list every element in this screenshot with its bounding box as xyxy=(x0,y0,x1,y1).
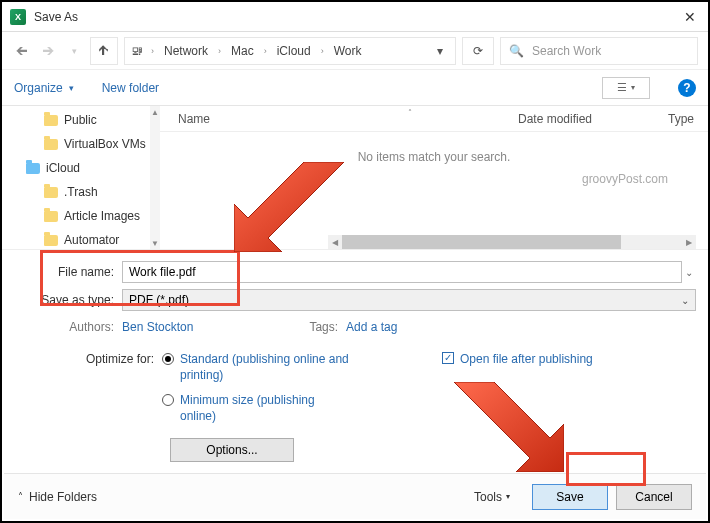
tree-item-label: Article Images xyxy=(64,209,140,223)
breadcrumb[interactable]: iCloud xyxy=(273,42,315,60)
view-button[interactable]: ☰ ▾ xyxy=(602,77,650,99)
tree-item-label: .Trash xyxy=(64,185,98,199)
horizontal-scrollbar[interactable]: ◀ ▶ xyxy=(328,235,696,249)
title-bar: X Save As ✕ xyxy=(2,2,708,32)
folder-icon xyxy=(26,163,40,174)
excel-icon: X xyxy=(10,9,26,25)
tree-scrollbar[interactable]: ▲ ▼ xyxy=(150,106,160,249)
search-placeholder: Search Work xyxy=(532,44,601,58)
chevron-down-icon: ▾ xyxy=(631,83,635,92)
chevron-right-icon: › xyxy=(216,46,223,56)
column-date[interactable]: Date modified xyxy=(518,112,668,126)
chevron-down-icon: ▾ xyxy=(506,492,510,501)
tools-label: Tools xyxy=(474,490,502,504)
chevron-up-icon: ˄ xyxy=(18,491,23,502)
optimize-label: Optimize for: xyxy=(14,352,162,366)
chevron-down-icon: ▾ xyxy=(69,83,74,93)
save-as-type-value: PDF (*.pdf) xyxy=(129,293,189,307)
scroll-left-icon[interactable]: ◀ xyxy=(328,235,342,249)
radio-icon xyxy=(162,353,174,365)
sort-icon: ˄ xyxy=(408,108,418,129)
chevron-down-icon: ⌄ xyxy=(681,295,689,306)
file-list: Name ˄ Date modified Type No items match… xyxy=(160,106,708,249)
new-folder-button[interactable]: New folder xyxy=(102,81,159,95)
folder-icon xyxy=(44,211,58,222)
tree-item[interactable]: Automator xyxy=(2,228,159,249)
watermark: groovyPost.com xyxy=(582,172,668,186)
chevron-right-icon: › xyxy=(149,46,156,56)
scroll-right-icon[interactable]: ▶ xyxy=(682,235,696,249)
scroll-up-icon[interactable]: ▲ xyxy=(150,106,160,118)
bottom-bar: ˄ Hide Folders Tools ▾ Save Cancel xyxy=(4,473,706,519)
tree-item[interactable]: VirtualBox VMs xyxy=(2,132,159,156)
window-title: Save As xyxy=(34,10,680,24)
chevron-right-icon: › xyxy=(262,46,269,56)
back-icon[interactable]: 🡨 xyxy=(12,41,32,61)
tree-item-label: Public xyxy=(64,113,97,127)
list-header: Name ˄ Date modified Type xyxy=(160,106,708,132)
refresh-icon[interactable]: ⟳ xyxy=(462,37,494,65)
authors-value[interactable]: Ben Stockton xyxy=(122,320,193,334)
tags-label: Tags: xyxy=(309,320,338,334)
search-input[interactable]: 🔍 Search Work xyxy=(500,37,698,65)
nav-bar: 🡨 🡪 ▾ 🡩 🖳 › Network › Mac › iCloud › Wor… xyxy=(2,32,708,70)
scroll-down-icon[interactable]: ▼ xyxy=(150,237,160,249)
close-icon[interactable]: ✕ xyxy=(680,9,700,25)
file-name-input[interactable] xyxy=(122,261,682,283)
tree-item-label: VirtualBox VMs xyxy=(64,137,146,151)
checkbox-label: Open file after publishing xyxy=(460,352,593,368)
filename-dropdown-icon[interactable]: ⌄ xyxy=(682,267,696,278)
tree-item-label: Automator xyxy=(64,233,119,247)
help-icon[interactable]: ? xyxy=(678,79,696,97)
checkbox-icon: ✓ xyxy=(442,352,454,364)
open-after-checkbox[interactable]: ✓ Open file after publishing xyxy=(442,352,593,368)
recent-dropdown-icon[interactable]: ▾ xyxy=(64,41,84,61)
hide-folders-button[interactable]: ˄ Hide Folders xyxy=(18,490,97,504)
tools-button[interactable]: Tools ▾ xyxy=(474,490,510,504)
breadcrumb[interactable]: Network xyxy=(160,42,212,60)
optimize-standard-radio[interactable]: Standard (publishing online and printing… xyxy=(162,352,350,383)
tags-value[interactable]: Add a tag xyxy=(346,320,397,334)
tree-item[interactable]: iCloud xyxy=(2,156,159,180)
radio-label: Minimum size (publishing online) xyxy=(180,393,350,424)
breadcrumb[interactable]: Mac xyxy=(227,42,258,60)
scroll-thumb[interactable] xyxy=(342,235,621,249)
forward-icon[interactable]: 🡪 xyxy=(38,41,58,61)
save-as-type-label: Save as type: xyxy=(14,293,122,307)
toolbar: Organize ▾ New folder ☰ ▾ ? xyxy=(2,70,708,106)
breadcrumb[interactable]: Work xyxy=(330,42,366,60)
up-icon[interactable]: 🡩 xyxy=(90,37,118,65)
organize-label: Organize xyxy=(14,81,63,95)
options-button[interactable]: Options... xyxy=(170,438,294,462)
save-as-type-combo[interactable]: PDF (*.pdf) ⌄ xyxy=(122,289,696,311)
folder-icon xyxy=(44,139,58,150)
folder-icon xyxy=(44,187,58,198)
file-name-label: File name: xyxy=(14,265,122,279)
tree-item[interactable]: Article Images xyxy=(2,204,159,228)
view-icon: ☰ xyxy=(617,81,627,94)
address-dropdown-icon[interactable]: ▾ xyxy=(431,44,449,58)
scroll-thumb[interactable] xyxy=(150,118,160,237)
radio-label: Standard (publishing online and printing… xyxy=(180,352,350,383)
organize-button[interactable]: Organize ▾ xyxy=(14,81,74,95)
tree-item-label: iCloud xyxy=(46,161,80,175)
column-name[interactable]: Name xyxy=(160,112,408,126)
column-label: Name xyxy=(178,112,210,126)
network-icon: 🖳 xyxy=(131,44,143,58)
address-bar[interactable]: 🖳 › Network › Mac › iCloud › Work ▾ xyxy=(124,37,456,65)
folder-icon xyxy=(44,235,58,246)
authors-label: Authors: xyxy=(14,320,122,334)
empty-message: No items match your search. xyxy=(160,132,708,164)
tree-item[interactable]: Public xyxy=(2,108,159,132)
radio-icon xyxy=(162,394,174,406)
tree-item[interactable]: .Trash xyxy=(2,180,159,204)
folder-tree[interactable]: Public VirtualBox VMs iCloud .Trash Arti… xyxy=(2,106,160,249)
optimize-minimum-radio[interactable]: Minimum size (publishing online) xyxy=(162,393,350,424)
content-area: Public VirtualBox VMs iCloud .Trash Arti… xyxy=(2,106,708,250)
column-type[interactable]: Type xyxy=(668,112,708,126)
save-button[interactable]: Save xyxy=(532,484,608,510)
form-area: File name: ⌄ Save as type: PDF (*.pdf) ⌄… xyxy=(2,250,708,470)
hide-folders-label: Hide Folders xyxy=(29,490,97,504)
cancel-button[interactable]: Cancel xyxy=(616,484,692,510)
search-icon: 🔍 xyxy=(509,44,524,58)
